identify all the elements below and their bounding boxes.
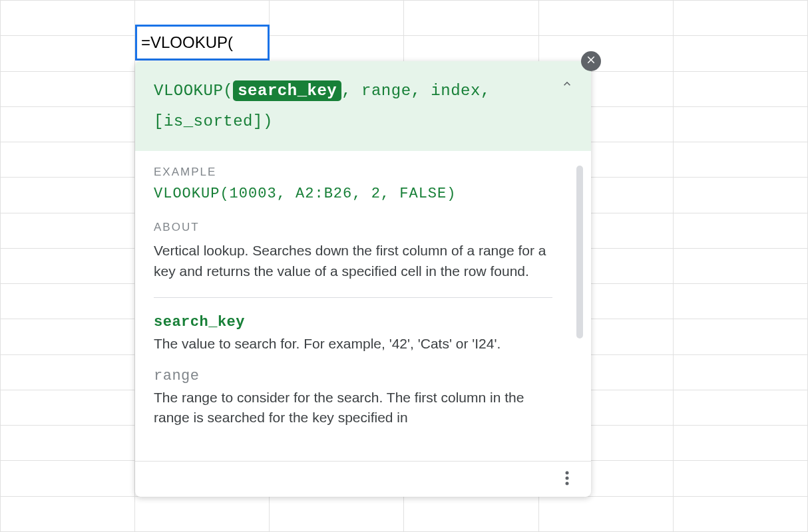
param-name-search-key: search_key [154, 314, 572, 331]
more-button[interactable] [559, 471, 575, 487]
about-text: Vertical lookup. Searches down the first… [154, 241, 572, 281]
more-vert-icon [565, 471, 569, 488]
param-desc-range: The range to consider for the search. Th… [154, 388, 572, 428]
helper-body: EXAMPLE VLOOKUP(10003, A2:B26, 2, FALSE)… [135, 151, 591, 461]
function-signature: VLOOKUP(search_key, range, index, [is_so… [154, 76, 572, 136]
signature-arg-highlighted: search_key [233, 80, 341, 101]
close-icon [585, 54, 597, 68]
helper-header: VLOOKUP(search_key, range, index, [is_so… [135, 61, 591, 151]
svg-point-0 [566, 471, 569, 474]
svg-point-2 [566, 481, 569, 485]
param-desc-search-key: The value to search for. For example, '4… [154, 334, 572, 354]
example-code: VLOOKUP(10003, A2:B26, 2, FALSE) [154, 186, 572, 202]
param-name-range: range [154, 368, 572, 384]
signature-fn-open: VLOOKUP( [154, 82, 233, 100]
about-label: ABOUT [154, 221, 572, 234]
close-button[interactable] [581, 51, 601, 71]
signature-line2: [is_sorted]) [154, 112, 273, 130]
formula-input[interactable] [141, 33, 264, 52]
collapse-button[interactable] [558, 76, 576, 94]
active-cell[interactable] [135, 25, 270, 61]
svg-point-1 [566, 476, 569, 479]
divider [154, 297, 552, 298]
example-label: EXAMPLE [154, 166, 572, 179]
scrollbar[interactable] [576, 166, 583, 338]
chevron-up-icon [560, 77, 574, 93]
helper-footer [135, 461, 591, 497]
formula-helper-popup: VLOOKUP(search_key, range, index, [is_so… [135, 61, 591, 497]
signature-rest-line1: , range, index, [341, 82, 491, 100]
